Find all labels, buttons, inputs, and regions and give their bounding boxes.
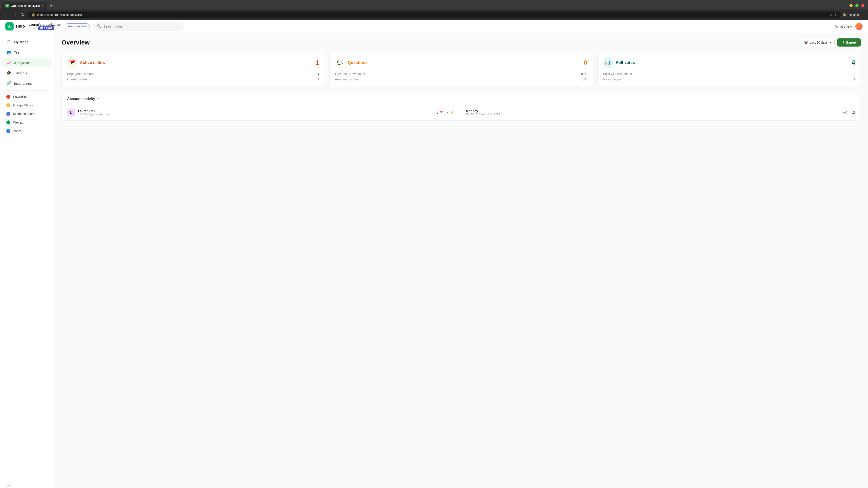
reload-btn[interactable]: ↻ [20, 11, 26, 18]
sidebar-label-team: Team [14, 51, 22, 54]
user-avatar[interactable] [855, 23, 863, 30]
sidebar-item-zoom[interactable]: Zoom [2, 127, 52, 135]
export-label: Export [846, 41, 856, 44]
logo-text: slido [16, 24, 25, 29]
search-bar[interactable]: 🔍 [93, 22, 184, 31]
anonymous-label: Anonymous rate [335, 77, 358, 81]
active-slidos-title: Active slidos [80, 60, 105, 65]
slidos-count-icon: 📅 [439, 111, 443, 114]
polls-count-icon: ⚡ [450, 111, 454, 114]
minimize-btn[interactable] [849, 4, 852, 7]
tutorials-icon: 🎓 [6, 70, 11, 75]
slido-questions-stat: 💬 [843, 111, 847, 114]
sidebar-item-tutorials[interactable]: 🎓 Tutorials [2, 68, 52, 78]
activity-section: Account activity ↗ L Lauren Deli 31860d4… [61, 93, 861, 121]
stat-row-engagement: Engagement score 4 [67, 72, 319, 76]
sidebar-item-webex[interactable]: Webex [2, 119, 52, 126]
slidos-count-value: 1 [436, 111, 438, 114]
sidebar-label-analytics: Analytics [14, 61, 29, 65]
incognito-badge: 🕵 Incognito [843, 13, 860, 17]
sidebar-item-analytics[interactable]: 📈 Analytics [2, 58, 52, 67]
votes-per-poll-value: 2 [853, 77, 855, 81]
stat-card-poll-votes: 📊 Poll votes 4 Polls with responses 2 Vo… [597, 52, 861, 87]
activity-header: Account activity ↗ [62, 93, 861, 105]
sidebar-item-integrations[interactable]: 🔗 Integrations [2, 78, 52, 88]
whats-new-link[interactable]: What's new [835, 25, 852, 28]
stat-row-upvotes: Upvotes / Downvotes 0 / 0 [335, 72, 587, 76]
tab-close-btn[interactable]: × [41, 4, 43, 8]
activity-chevron-icon[interactable]: › [459, 110, 460, 115]
my-slidos-icon: ⊞ [6, 39, 11, 44]
sidebar-label-tutorials: Tutorials [14, 71, 27, 75]
analytics-icon: 📈 [6, 60, 11, 65]
role-label: Owner [29, 27, 36, 30]
external-link-icon[interactable]: ↗ [97, 97, 100, 101]
page-header: Overview 📅 Last 30 days ▾ ⬇ Export [61, 38, 861, 46]
logo: S slido [5, 22, 25, 31]
close-btn[interactable] [861, 4, 864, 7]
powerpoint-icon [6, 95, 10, 99]
sidebar-label-webex: Webex [13, 121, 23, 124]
tab-title: Organization analytics [11, 4, 40, 7]
search-input[interactable] [103, 25, 180, 28]
user-info: Lauren Deli 31860d42@moodjoy.com [78, 109, 109, 116]
slido-votes-value: 4 [850, 111, 851, 114]
questions-rows: Upvotes / Downvotes 0 / 0 Anonymous rate… [335, 72, 587, 81]
forward-btn[interactable]: → [11, 11, 18, 18]
new-interface-button[interactable]: New interface [65, 24, 90, 29]
maximize-btn[interactable] [855, 4, 859, 7]
slido-votes-icon: 🗳 [852, 111, 855, 114]
poll-votes-title: Poll votes [616, 60, 635, 65]
new-tab-btn[interactable]: + [48, 2, 55, 9]
header-right: What's new [835, 23, 863, 30]
sidebar-bottom: ? [0, 482, 54, 488]
page-title: Overview [61, 39, 90, 46]
date-filter-dropdown[interactable]: 📅 Last 30 days ▾ [801, 39, 834, 46]
sidebar-item-microsoft-teams[interactable]: Microsoft Teams [2, 110, 52, 118]
sidebar-item-team[interactable]: 👥 Team [2, 47, 52, 57]
more-btn[interactable]: ⋮ [862, 13, 865, 17]
window-controls [849, 4, 866, 7]
sidebar-label-integrations: Integrations [14, 82, 32, 86]
team-icon: 👥 [6, 50, 11, 55]
back-btn[interactable]: ← [3, 11, 9, 18]
questions-value: 0 [584, 59, 587, 66]
sidebar-label-microsoft-teams: Microsoft Teams [13, 112, 36, 116]
sidebar-label-zoom: Zoom [13, 129, 21, 133]
engagement-label: Engagement score [67, 72, 94, 76]
export-button[interactable]: ⬇ Export [837, 38, 861, 46]
download-icon: ⬇ [842, 41, 844, 44]
stat-card-questions: 💬 Questions 0 Upvotes / Downvotes 0 / 0 … [329, 52, 593, 87]
stat-row-created: Created slidos 4 [67, 77, 319, 81]
stat-row-votes-per-poll: Votes per poll 2 [603, 77, 855, 81]
address-icons: ☆ ⬇ [830, 13, 837, 17]
stat-row-polls-responses: Polls with responses 2 [603, 72, 855, 76]
upvotes-label: Upvotes / Downvotes [335, 72, 365, 76]
votes-per-poll-label: Votes per poll [603, 77, 622, 81]
upgrade-button[interactable]: UPGRADE [38, 26, 54, 30]
address-text: admin.sli.do/organization/analytics [37, 13, 82, 17]
activity-row[interactable]: L Lauren Deli 31860d42@moodjoy.com 1 📅 4… [62, 105, 861, 121]
bookmark-icon[interactable]: ☆ [830, 13, 833, 17]
slido-info: Moodoy Oct 10, 2024 – Oct 14, 2024 [466, 109, 516, 116]
slido-date: Oct 10, 2024 – Oct 14, 2024 [466, 113, 516, 116]
org-info: Lauren's organization Owner UPGRADE [29, 23, 61, 30]
incognito-icon: 🕵 [843, 13, 846, 17]
sidebar-item-powerpoint[interactable]: PowerPoint [2, 93, 52, 101]
stats-grid: 📅 Active slidos 1 Engagement score 4 Cre… [61, 52, 861, 87]
active-tab[interactable]: S Organization analytics × [2, 2, 47, 9]
download-icon[interactable]: ⬇ [835, 13, 837, 17]
stat-row-anonymous: Anonymous rate 0% [335, 77, 587, 81]
user-email: 31860d42@moodjoy.com [78, 113, 109, 116]
questions-icon: 💬 [335, 58, 345, 68]
address-bar[interactable]: 🔒 admin.sli.do/organization/analytics ☆ … [28, 11, 841, 18]
sidebar-item-google-slides[interactable]: Google Slides [2, 101, 52, 109]
polls-responses-value: 2 [853, 72, 855, 76]
help-button[interactable]: ? [4, 485, 13, 488]
google-slides-icon [6, 103, 10, 107]
stat-card-header-polls: 📊 Poll votes 4 [603, 58, 855, 68]
sidebar-label-my-slidos: My slidos [14, 40, 28, 44]
sidebar-item-my-slidos[interactable]: ⊞ My slidos [2, 37, 52, 46]
main-content: Overview 📅 Last 30 days ▾ ⬇ Export 📅 Ac [54, 33, 868, 488]
date-filter-label: Last 30 days [810, 41, 828, 44]
